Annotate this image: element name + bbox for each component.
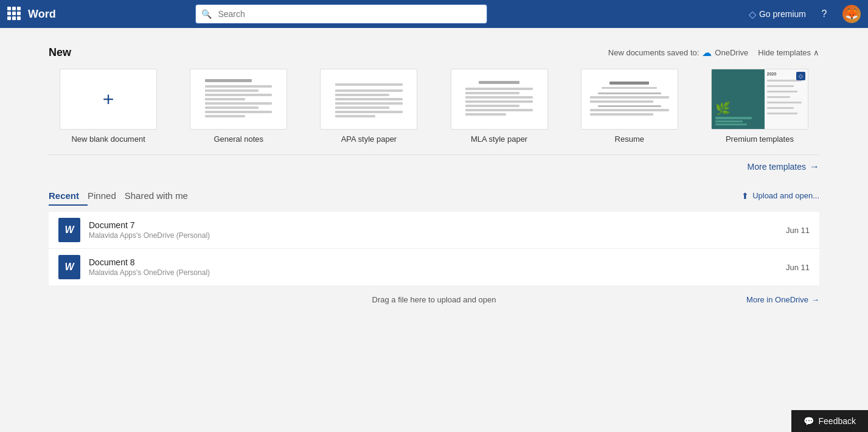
template-label-premium: Premium templates xyxy=(726,134,794,144)
template-apa-style[interactable]: APA style paper xyxy=(309,69,428,144)
waffle-icon[interactable] xyxy=(7,7,22,21)
tab-pinned-label: Pinned xyxy=(88,190,116,201)
doc-location: Malavida Apps's OneDrive (Personal) xyxy=(89,268,765,277)
hide-templates-button[interactable]: Hide templates ∧ xyxy=(758,48,819,57)
drag-drop-row: Drag a file here to upload and open More… xyxy=(49,285,819,314)
diamond-icon: ◇ xyxy=(749,9,756,20)
header-right: ◇ Go premium ? 🦊 xyxy=(749,5,861,23)
more-onedrive-label: More in OneDrive xyxy=(746,295,808,304)
onedrive-label: OneDrive xyxy=(715,48,748,57)
feedback-label: Feedback xyxy=(819,416,856,426)
search-container: 🔍 xyxy=(195,4,487,24)
doc-date: Jun 11 xyxy=(773,263,810,272)
template-thumb-resume xyxy=(581,69,678,130)
help-button[interactable]: ? xyxy=(816,5,833,23)
template-thumb-mla xyxy=(451,69,548,130)
word-doc-icon xyxy=(58,255,80,279)
main-content: New New documents saved to: ☁ OneDrive H… xyxy=(0,28,868,432)
saved-to-label: New documents saved to: ☁ OneDrive xyxy=(608,47,749,58)
template-label-mla: MLA style paper xyxy=(471,134,527,144)
doc-info: Document 8 Malavida Apps's OneDrive (Per… xyxy=(89,257,765,277)
tab-recent[interactable]: Recent xyxy=(49,187,88,204)
recent-tabs: Recent Pinned Shared with me xyxy=(49,187,196,204)
template-thumb-general-notes xyxy=(190,69,287,130)
tab-shared-label: Shared with me xyxy=(125,190,188,201)
word-doc-icon xyxy=(58,218,80,242)
template-thumb-premium: ◇ 🌿 2020 xyxy=(711,69,808,130)
document-list: Document 7 Malavida Apps's OneDrive (Per… xyxy=(49,212,819,285)
new-section-right: New documents saved to: ☁ OneDrive Hide … xyxy=(608,47,819,58)
upload-icon: ⬆ xyxy=(741,191,749,201)
template-label-apa: APA style paper xyxy=(341,134,397,144)
go-premium-label: Go premium xyxy=(759,9,806,19)
tab-recent-label: Recent xyxy=(49,190,79,201)
more-templates-row: More templates → xyxy=(49,161,819,172)
diamond-badge-icon: ◇ xyxy=(799,73,803,79)
template-blank[interactable]: + New blank document xyxy=(49,69,168,144)
onedrive-icon: ☁ xyxy=(702,47,712,58)
template-thumb-blank: + xyxy=(60,69,157,130)
template-label-blank: New blank document xyxy=(71,134,145,144)
chat-icon: 💬 xyxy=(804,416,814,426)
go-premium-button[interactable]: ◇ Go premium xyxy=(749,9,806,20)
saved-to-text: New documents saved to: xyxy=(608,48,700,57)
doc-location: Malavida Apps's OneDrive (Personal) xyxy=(89,231,765,240)
template-premium[interactable]: ◇ 🌿 2020 xyxy=(700,69,819,144)
template-general-notes[interactable]: General notes xyxy=(179,69,298,144)
more-templates-label: More templates xyxy=(748,162,806,172)
new-section-header: New New documents saved to: ☁ OneDrive H… xyxy=(49,46,819,59)
doc-name: Document 7 xyxy=(89,220,765,230)
tab-shared[interactable]: Shared with me xyxy=(125,187,196,204)
feedback-button[interactable]: 💬 Feedback xyxy=(791,410,868,432)
upload-open-button[interactable]: ⬆ Upload and open... xyxy=(741,191,819,201)
drag-drop-text: Drag a file here to upload and open xyxy=(305,295,562,304)
help-icon: ? xyxy=(822,9,827,19)
onedrive-arrow-icon: → xyxy=(811,295,819,304)
template-thumb-apa xyxy=(320,69,417,130)
new-section-title: New xyxy=(49,46,71,59)
avatar[interactable]: 🦊 xyxy=(842,5,861,23)
doc-name: Document 8 xyxy=(89,257,765,267)
table-row[interactable]: Document 8 Malavida Apps's OneDrive (Per… xyxy=(49,249,819,285)
section-divider xyxy=(49,155,819,155)
template-label-resume: Resume xyxy=(615,134,644,144)
arrow-right-icon: → xyxy=(810,161,819,172)
search-icon: 🔍 xyxy=(201,9,212,19)
template-label-general-notes: General notes xyxy=(214,134,263,144)
chevron-up-icon: ∧ xyxy=(813,48,819,57)
doc-date: Jun 11 xyxy=(773,226,810,235)
more-templates-button[interactable]: More templates → xyxy=(748,161,819,172)
templates-grid: + New blank document General notes xyxy=(49,69,819,144)
more-onedrive-button[interactable]: More in OneDrive → xyxy=(746,295,819,304)
recent-section-header: Recent Pinned Shared with me ⬆ Upload an… xyxy=(49,187,819,204)
template-mla-style[interactable]: MLA style paper xyxy=(440,69,559,144)
table-row[interactable]: Document 7 Malavida Apps's OneDrive (Per… xyxy=(49,212,819,249)
premium-badge: ◇ xyxy=(796,72,805,80)
tab-pinned[interactable]: Pinned xyxy=(88,187,125,204)
upload-open-label: Upload and open... xyxy=(752,191,819,200)
app-header: Word 🔍 ◇ Go premium ? 🦊 xyxy=(0,0,868,28)
doc-info: Document 7 Malavida Apps's OneDrive (Per… xyxy=(89,220,765,240)
app-name: Word xyxy=(28,8,56,21)
search-input[interactable] xyxy=(195,4,487,24)
plus-icon: + xyxy=(103,88,114,111)
template-resume[interactable]: Resume xyxy=(570,69,689,144)
hide-templates-label: Hide templates xyxy=(758,48,811,57)
